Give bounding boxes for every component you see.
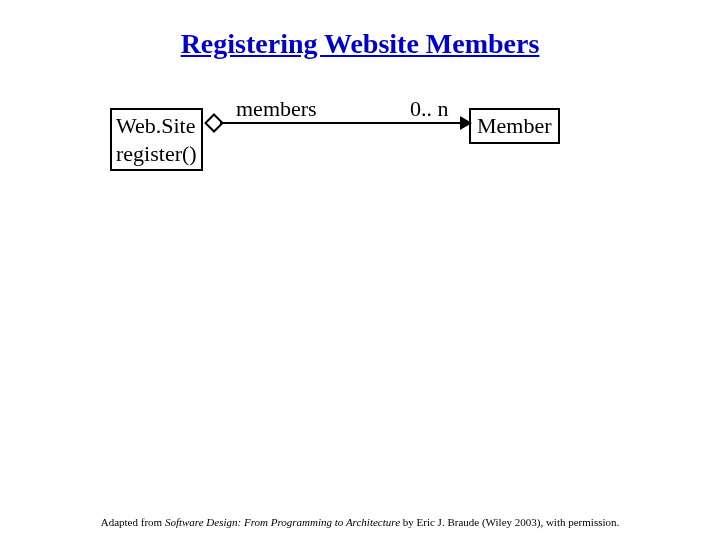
class-member: Member: [469, 108, 560, 144]
association-multiplicity-label: 0.. n: [410, 96, 449, 122]
association-role-label: members: [236, 96, 317, 122]
association-arrow-icon: [460, 116, 472, 130]
class-website: Web.Site register(): [110, 108, 203, 171]
class-website-name: Web.Site: [116, 112, 197, 140]
attribution-suffix: by Eric J. Braude (Wiley 2003), with per…: [400, 516, 619, 528]
association-line: [220, 122, 469, 124]
attribution: Adapted from Software Design: From Progr…: [0, 516, 720, 528]
slide-title: Registering Website Members: [0, 28, 720, 60]
attribution-work: Software Design: From Programming to Arc…: [165, 516, 400, 528]
class-website-operation: register(): [116, 140, 197, 168]
attribution-prefix: Adapted from: [101, 516, 165, 528]
class-member-name: Member: [477, 113, 552, 138]
